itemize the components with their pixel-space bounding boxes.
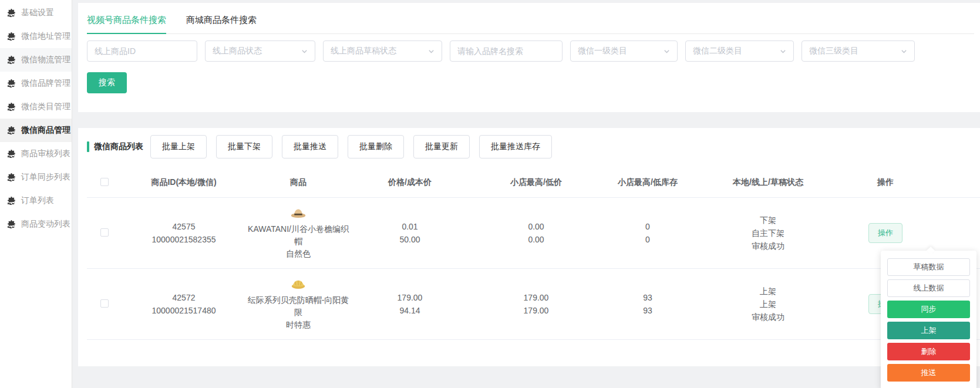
online-product-status-select[interactable]: 线上商品状态: [205, 41, 315, 62]
shop-high-stock: 0: [604, 220, 692, 233]
chevron-down-icon: [901, 48, 907, 55]
gear-icon: [8, 9, 16, 17]
batch-delete-button[interactable]: 批量删除: [348, 135, 404, 158]
product-cell: KAWATANI/川谷小卷檐编织帽 自然色: [245, 206, 351, 260]
popup-online-data-button[interactable]: 线上数据: [887, 279, 970, 297]
filter-row: 线上商品状态 线上商品草稿状态 微信一级类目 微信二级类目 微信三级类目: [87, 41, 974, 62]
online-draft-status-select[interactable]: 线上商品草稿状态: [323, 41, 442, 62]
batch-push-button[interactable]: 批量推送: [282, 135, 338, 158]
sidebar-item-wechat-logistics[interactable]: 微信物流管理: [0, 48, 72, 72]
popup-draft-data-button[interactable]: 草稿数据: [887, 258, 970, 276]
popup-sync-button[interactable]: 同步: [887, 301, 970, 318]
online-status: 自主下架: [692, 227, 844, 239]
row-checkbox[interactable]: [100, 299, 109, 308]
sidebar-item-wechat-product[interactable]: 微信商品管理: [0, 119, 72, 142]
popup-delete-button[interactable]: 删除: [887, 343, 970, 360]
list-header: 微信商品列表 批量上架 批量下架 批量推送 批量删除 批量更新 批量推送库存: [87, 135, 980, 158]
gear-icon: [8, 126, 16, 134]
sidebar-item-label: 微信物流管理: [21, 55, 70, 65]
online-product-id-input[interactable]: [87, 41, 197, 62]
shop-price-cell: 179.00 179.00: [469, 291, 604, 317]
price-cost-cell: 179.00 94.14: [351, 291, 469, 317]
sidebar-item-label: 商品变动列表: [21, 219, 70, 230]
cost-value: 94.14: [351, 304, 469, 317]
select-all-checkbox[interactable]: [100, 178, 109, 186]
sidebar-item-label: 微信类目管理: [21, 102, 70, 112]
table-row: 42572 10000021517480 纭际系列贝壳防晒帽-向阳黄 限 时特惠…: [87, 268, 980, 339]
gear-icon: [8, 220, 16, 228]
sidebar-item-wechat-category[interactable]: 微信类目管理: [0, 95, 72, 119]
gear-icon: [8, 32, 16, 41]
row-action-popup: 草稿数据 线上数据 同步 上架 删除 推送: [881, 251, 976, 388]
sidebar-item-order-sync[interactable]: 订单同步列表: [0, 166, 72, 189]
popup-put-on-button[interactable]: 上架: [887, 322, 970, 339]
shop-low-stock: 93: [604, 304, 692, 317]
brand-search-input[interactable]: [450, 41, 563, 62]
draft-status: 审核成功: [692, 239, 844, 252]
popup-push-button[interactable]: 推送: [887, 364, 970, 382]
chevron-down-icon: [428, 48, 435, 55]
sidebar: 基础设置 微信地址管理 微信物流管理 微信品牌管理 微信类目管理 微信商品管理 …: [0, 0, 72, 388]
gear-icon: [8, 150, 16, 158]
row-checkbox[interactable]: [100, 228, 109, 237]
batch-update-button[interactable]: 批量更新: [413, 135, 470, 158]
table-header-action: 操作: [844, 177, 927, 188]
online-status: 上架: [692, 298, 844, 311]
batch-push-stock-button[interactable]: 批量推送库存: [479, 135, 552, 158]
product-id-cell: 42572 10000021517480: [122, 291, 245, 317]
title-accent-bar: [87, 141, 89, 152]
wechat-category-3-select[interactable]: 微信三级类目: [801, 41, 915, 62]
product-cell: 纭际系列贝壳防晒帽-向阳黄 限 时特惠: [245, 277, 351, 331]
sidebar-item-label: 订单列表: [21, 195, 54, 206]
table-header-row: 商品ID(本地/微信) 商品 价格/成本价 小店最高/低价 小店最高/低库存 本…: [87, 177, 980, 197]
shop-low-price: 0.00: [469, 233, 604, 246]
gear-icon: [8, 79, 16, 87]
product-image-yellow-sun-hat: [289, 277, 307, 290]
shop-low-price: 179.00: [469, 304, 604, 317]
sidebar-item-wechat-brand[interactable]: 微信品牌管理: [0, 72, 72, 95]
table-header-product: 商品: [245, 177, 351, 188]
price-cost-cell: 0.01 50.00: [351, 220, 469, 246]
sidebar-item-label: 商品审核列表: [21, 149, 70, 159]
list-title: 微信商品列表: [94, 141, 143, 152]
shop-high-stock: 93: [604, 291, 692, 304]
batch-take-down-button[interactable]: 批量下架: [216, 135, 272, 158]
sidebar-item-order-list[interactable]: 订单列表: [0, 189, 72, 212]
shop-stock-cell: 93 93: [604, 291, 692, 317]
table-header-status: 本地/线上/草稿状态: [692, 177, 844, 188]
local-product-id: 42575: [122, 220, 245, 233]
product-id-cell: 42575 10000021582355: [122, 220, 245, 246]
tab-video-product-search[interactable]: 视频号商品条件搜索: [87, 15, 166, 33]
price-value: 179.00: [351, 291, 469, 304]
search-tabs: 视频号商品条件搜索 商城商品条件搜索: [87, 15, 974, 34]
table-header-shop-stock: 小店最高/低库存: [604, 177, 692, 188]
gear-icon: [8, 103, 16, 111]
draft-status: 审核成功: [692, 311, 844, 323]
wechat-category-2-select[interactable]: 微信二级类目: [685, 41, 794, 62]
gear-icon: [8, 197, 16, 205]
wechat-product-id: 10000021582355: [122, 233, 245, 246]
product-name: KAWATANI/川谷小卷檐编织帽 自然色: [245, 223, 351, 260]
select-placeholder: 微信二级类目: [693, 46, 742, 56]
local-status: 上架: [692, 285, 844, 298]
batch-actions: 批量上架 批量下架 批量推送 批量删除 批量更新 批量推送库存: [150, 135, 552, 158]
sidebar-item-wechat-address[interactable]: 微信地址管理: [0, 25, 72, 48]
shop-low-stock: 0: [604, 233, 692, 246]
shop-high-price: 179.00: [469, 291, 604, 304]
main-content: 视频号商品条件搜索 商城商品条件搜索 线上商品状态 线上商品草稿状态 微信一级类…: [78, 0, 980, 388]
row-action-button[interactable]: 操作: [868, 223, 902, 243]
select-placeholder: 微信三级类目: [809, 46, 858, 56]
batch-put-on-button[interactable]: 批量上架: [150, 135, 207, 158]
sidebar-item-basic-settings[interactable]: 基础设置: [0, 1, 72, 25]
wechat-category-1-select[interactable]: 微信一级类目: [570, 41, 678, 62]
sidebar-item-product-change[interactable]: 商品变动列表: [0, 212, 72, 236]
gear-icon: [8, 173, 16, 181]
chevron-down-icon: [780, 48, 786, 55]
sidebar-item-product-audit[interactable]: 商品审核列表: [0, 142, 72, 166]
search-card: 视频号商品条件搜索 商城商品条件搜索 线上商品状态 线上商品草稿状态 微信一级类…: [78, 3, 980, 112]
cost-value: 50.00: [351, 233, 469, 246]
tab-mall-product-search[interactable]: 商城商品条件搜索: [186, 15, 257, 33]
product-image-tan-straw-hat: [289, 206, 307, 219]
search-button[interactable]: 搜索: [87, 72, 127, 93]
table-header-price: 价格/成本价: [351, 177, 469, 188]
